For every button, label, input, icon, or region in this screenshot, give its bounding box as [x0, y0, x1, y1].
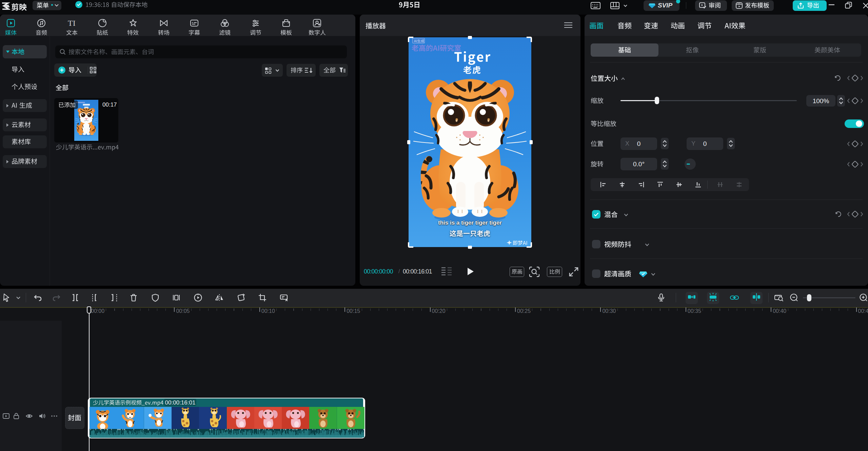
- svg-text:TI: TI: [68, 19, 76, 27]
